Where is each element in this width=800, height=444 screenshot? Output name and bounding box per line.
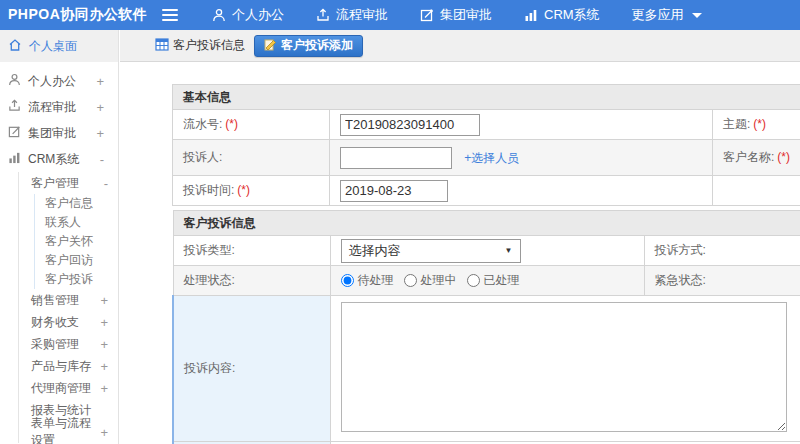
sidebar-item-customer-complaint[interactable]: 客户投诉 [35, 270, 118, 289]
app-window: PHPOA协同办公软件 个人办公 流程审批 集团审批 CRM系统 更多应用 [0, 0, 800, 444]
serial-number-label: 流水号:(*) [173, 110, 330, 140]
radio-processed[interactable]: 已处理 [467, 272, 520, 289]
collapse-minus-icon[interactable]: - [100, 152, 104, 167]
radio-pending[interactable]: 待处理 [341, 272, 394, 289]
edit-square-icon [8, 125, 21, 141]
tab-add-complaint-button[interactable]: 客户投诉添加 [254, 35, 363, 57]
table-icon [155, 38, 169, 54]
expand-plus-icon[interactable]: + [100, 337, 108, 352]
sidebar-item-agent-management[interactable]: 代理商管理 + [19, 377, 118, 399]
user-icon [212, 8, 226, 22]
sidebar-item-customer-followup[interactable]: 客户回访 [35, 251, 118, 270]
complaint-form: 基本信息 流水号:(*) 主题:(*) 投诉人: +选择人员 客户名称:(*) [172, 84, 800, 444]
required-mark: (*) [777, 150, 790, 164]
expand-plus-icon[interactable]: + [96, 74, 104, 89]
flow-approve-icon [8, 99, 21, 115]
nav-item-more-apps[interactable]: 更多应用 [632, 6, 702, 24]
handle-status-radios: 待处理 处理中 已处理 [341, 272, 634, 289]
edit-square-icon [420, 8, 434, 22]
serial-number-input[interactable] [340, 114, 480, 136]
sidebar-item-personal-office[interactable]: 个人办公 + [0, 68, 118, 94]
collapse-minus-icon[interactable]: - [104, 176, 108, 191]
sidebar: 个人桌面 个人办公 + 流程审批 + 集团审批 + CRM系统 - [0, 30, 119, 444]
sidebar-item-flow-approval[interactable]: 流程审批 + [0, 94, 118, 120]
caret-down-icon [692, 13, 702, 18]
complaint-type-label: 投诉类型: [173, 236, 330, 266]
complaint-content-label: 投诉内容: [173, 296, 330, 442]
nav-item-flow-approval[interactable]: 流程审批 [316, 6, 388, 24]
sidebar-item-purchase-management[interactable]: 采购管理 + [19, 333, 118, 355]
complainant-input [340, 147, 452, 169]
main-content: 基本信息 流水号:(*) 主题:(*) 投诉人: +选择人员 客户名称:(*) [120, 63, 800, 444]
section-title-complaint-info: 客户投诉信息 [173, 211, 800, 236]
nav-item-group-approval[interactable]: 集团审批 [420, 6, 492, 24]
urgent-status-label: 紧急状态: [644, 266, 800, 296]
sidebar-item-finance[interactable]: 财务收支 + [19, 311, 118, 333]
sidebar-item-contacts[interactable]: 联系人 [35, 213, 118, 232]
complaint-info-table: 客户投诉信息 投诉类型: 选择内容 ▼ 投诉方式: 处理状态: [172, 210, 800, 444]
required-mark: (*) [225, 117, 238, 131]
complaint-method-label: 投诉方式: [644, 236, 800, 266]
sidebar-item-sales-management[interactable]: 销售管理 + [19, 289, 118, 311]
complaint-content-textarea[interactable] [341, 302, 787, 432]
required-mark: (*) [753, 117, 766, 131]
add-edit-icon [264, 38, 277, 54]
tab-complaint-info[interactable]: 客户投诉信息 [155, 37, 245, 54]
sidebar-item-personal-desktop[interactable]: 个人桌面 [0, 30, 118, 62]
required-mark: (*) [237, 183, 250, 197]
sidebar-item-form-flow-settings[interactable]: 表单与流程设置 + [19, 421, 118, 443]
expand-plus-icon[interactable]: + [100, 315, 108, 330]
complaint-time-input[interactable] [340, 180, 448, 202]
subject-label: 主题:(*) [713, 110, 800, 140]
bar-chart-icon [8, 151, 21, 167]
expand-plus-icon[interactable]: + [100, 359, 108, 374]
top-nav: 个人办公 流程审批 集团审批 CRM系统 更多应用 [212, 6, 702, 24]
sidebar-item-crm-system[interactable]: CRM系统 - [0, 146, 118, 172]
crm-submenu: 客户管理 - 客户信息 联系人 客户关怀 客户回访 客户投诉 销售管理 + 财务… [18, 172, 118, 443]
complainant-label: 投诉人: [173, 140, 330, 176]
sidebar-item-customer-info[interactable]: 客户信息 [35, 194, 118, 213]
home-icon [8, 38, 22, 55]
top-header: PHPOA协同办公软件 个人办公 流程审批 集团审批 CRM系统 更多应用 [0, 0, 800, 30]
user-icon [8, 73, 21, 89]
sidebar-item-customer-care[interactable]: 客户关怀 [35, 232, 118, 251]
tab-bar: 客户投诉信息 客户投诉添加 [120, 30, 800, 62]
hamburger-menu-icon[interactable] [162, 9, 182, 21]
sidebar-item-group-approval[interactable]: 集团审批 + [0, 120, 118, 146]
choose-person-link[interactable]: +选择人员 [464, 151, 519, 165]
sidebar-menu: 个人办公 + 流程审批 + 集团审批 + CRM系统 - 客户管理 [0, 62, 118, 443]
app-logo: PHPOA协同办公软件 [0, 6, 150, 24]
basic-info-table: 基本信息 流水号:(*) 主题:(*) 投诉人: +选择人员 客户名称:(*) [172, 84, 800, 206]
section-title-basic-info: 基本信息 [173, 85, 800, 110]
expand-plus-icon[interactable]: + [96, 126, 104, 141]
flow-approve-icon [316, 8, 330, 22]
radio-processing[interactable]: 处理中 [404, 272, 457, 289]
expand-plus-icon[interactable]: + [100, 425, 108, 440]
expand-plus-icon[interactable]: + [100, 381, 108, 396]
handle-status-label: 处理状态: [173, 266, 330, 296]
sidebar-item-customer-management[interactable]: 客户管理 - [19, 172, 118, 194]
sidebar-item-products-inventory[interactable]: 产品与库存 + [19, 355, 118, 377]
customer-name-label: 客户名称:(*) [713, 140, 800, 176]
expand-plus-icon[interactable]: + [100, 293, 108, 308]
complaint-time-label: 投诉时间:(*) [173, 176, 330, 206]
customer-management-submenu: 客户信息 联系人 客户关怀 客户回访 客户投诉 [34, 194, 118, 289]
nav-item-personal-office[interactable]: 个人办公 [212, 6, 284, 24]
chevron-down-icon: ▼ [505, 246, 513, 255]
bar-chart-icon [524, 8, 538, 22]
complaint-type-select[interactable]: 选择内容 ▼ [341, 239, 521, 263]
nav-item-crm-system[interactable]: CRM系统 [524, 6, 600, 24]
expand-plus-icon[interactable]: + [96, 100, 104, 115]
